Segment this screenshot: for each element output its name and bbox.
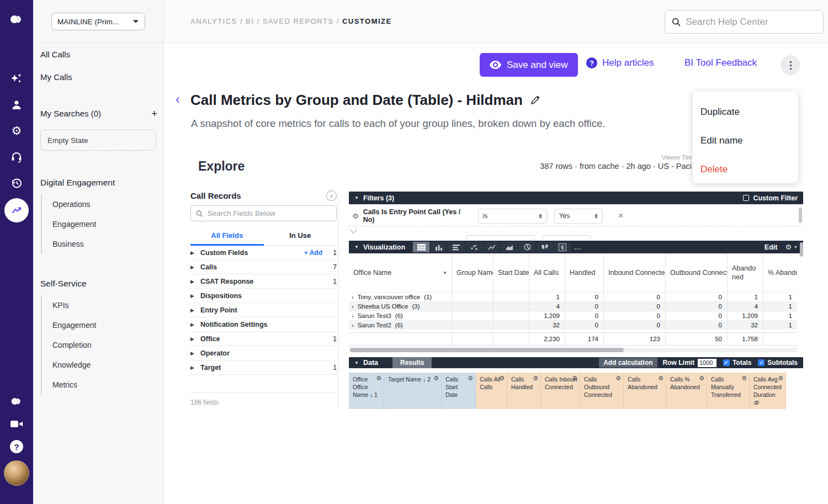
data-column-target-name[interactable]: ⚙ Target Name ↓ 2 xyxy=(384,373,442,409)
back-chevron-button[interactable]: ‹ xyxy=(176,93,180,106)
filter-operator-select[interactable]: is xyxy=(478,209,547,224)
column-header-all-calls[interactable]: All Calls xyxy=(529,253,565,292)
sidebar-item-completion[interactable]: Completion xyxy=(42,335,151,355)
custom-filter-checkbox[interactable] xyxy=(743,195,749,201)
field-group-operator[interactable]: ▶ Operator xyxy=(190,346,337,360)
menu-item-edit-name[interactable]: Edit name xyxy=(693,126,798,155)
expand-row-caret-icon[interactable]: › xyxy=(352,322,354,328)
expand-row-caret-icon[interactable]: › xyxy=(352,294,354,300)
subtotals-toggle[interactable]: ✓ Subtotals xyxy=(758,359,798,367)
sidebar-item-operations[interactable]: Operations xyxy=(42,194,151,214)
ai-sparkles-icon[interactable] xyxy=(0,72,33,86)
column-header-outbound-connected[interactable]: Outbound Connected xyxy=(665,253,727,292)
column-header-pct-abandoned[interactable]: % Abandoned xyxy=(763,253,797,292)
support-headset-icon[interactable] xyxy=(0,150,33,163)
expand-caret-icon[interactable]: ▶ xyxy=(190,351,200,356)
expand-caret-icon[interactable]: ▶ xyxy=(190,293,200,299)
column-gear-icon[interactable]: ⚙ xyxy=(533,374,538,383)
scrollbar-thumb[interactable] xyxy=(350,348,624,352)
column-gear-icon[interactable]: ⚙ xyxy=(658,374,664,383)
sidebar-item-business[interactable]: Business xyxy=(42,234,151,254)
data-column-pct-abandoned[interactable]: ⚙ Calls %Abandoned xyxy=(666,373,707,409)
viz-type-line-chart-icon[interactable] xyxy=(484,242,500,252)
collapse-panel-icon[interactable]: ‹ xyxy=(326,190,337,201)
column-header-inbound-connected[interactable]: Inbound Connected xyxy=(603,253,665,292)
horizontal-scrollbar[interactable] xyxy=(349,348,797,352)
field-group-target[interactable]: ▶ Target 1 xyxy=(190,360,337,375)
filters-scrollbar[interactable] xyxy=(799,208,802,223)
table-row[interactable]: ›Sarun Test3(6) 1,209 0 0 0 1,209 1 xyxy=(349,311,797,320)
sidebar-item-all-calls[interactable]: All Calls xyxy=(40,50,70,59)
viz-type-map-icon[interactable] xyxy=(537,242,553,252)
column-header-group-name[interactable]: Group Name▼ xyxy=(452,253,493,292)
column-gear-icon[interactable]: ⚙ xyxy=(468,374,473,383)
field-group-calls[interactable]: ▶ Calls 7 xyxy=(190,260,337,274)
viz-type-scatter-icon[interactable] xyxy=(466,242,482,252)
column-gear-icon[interactable]: ⚙ xyxy=(433,374,439,383)
column-header-start-date[interactable]: Start Date xyxy=(493,253,529,292)
expand-caret-icon[interactable]: ▶ xyxy=(190,279,200,284)
data-column-office-name[interactable]: ⚙ OfficeOfficeName ↓ 1 xyxy=(349,373,384,409)
dialpad-logo-icon[interactable] xyxy=(0,12,33,26)
column-gear-icon[interactable]: ⚙ xyxy=(499,374,505,383)
data-column-start-date[interactable]: ⚙ CallsStartDate xyxy=(442,373,476,409)
visualization-section-bar[interactable]: ▼ Visualization 6 ... Edit ⚙▼ xyxy=(349,241,803,253)
table-scrollbar[interactable] xyxy=(800,242,803,257)
more-options-kebab-button[interactable] xyxy=(781,55,800,75)
filter-gear-icon[interactable]: ⚙ xyxy=(352,212,359,220)
column-gear-icon[interactable]: ⚙ xyxy=(778,374,783,383)
analytics-active-icon[interactable] xyxy=(4,198,29,222)
workspace-selector[interactable]: MAINLINE (Prim... xyxy=(51,13,145,30)
help-icon[interactable]: ? xyxy=(0,440,33,453)
viz-type-single-value-icon[interactable]: 6 xyxy=(554,242,571,252)
table-row[interactable]: ›Tony, vancouver office(1) 1 0 0 0 1 1 xyxy=(349,292,797,301)
user-avatar[interactable] xyxy=(4,460,29,486)
viz-edit-button[interactable]: Edit xyxy=(765,243,778,251)
menu-item-duplicate[interactable]: Duplicate xyxy=(693,98,798,126)
viz-type-table-icon[interactable] xyxy=(413,242,429,252)
data-column-outbound-connected[interactable]: ⚙ CallsOutboundConnected xyxy=(580,373,624,409)
tab-in-use[interactable]: In Use xyxy=(264,231,337,245)
filters-section-bar[interactable]: ▼ Filters (3) Custom Filter xyxy=(349,192,803,204)
sidebar-item-ss-engagement[interactable]: Engagement xyxy=(42,315,151,335)
add-search-button[interactable]: + xyxy=(151,108,157,119)
expand-caret-icon[interactable]: ▶ xyxy=(190,365,200,370)
column-gear-icon[interactable]: ⚙ xyxy=(741,374,747,383)
sidebar-item-engagement[interactable]: Engagement xyxy=(42,214,151,234)
expand-row-caret-icon[interactable]: › xyxy=(352,312,354,319)
data-column-all-calls[interactable]: ⚙ Calls AllCalls xyxy=(476,373,507,409)
save-and-view-button[interactable]: Save and view xyxy=(480,53,578,77)
data-column-inbound-connected[interactable]: ⚙ Calls InboundConnected xyxy=(541,373,580,409)
expand-caret-icon[interactable]: ▶ xyxy=(190,307,200,313)
help-center-search[interactable] xyxy=(665,10,824,34)
viz-type-column-chart-icon[interactable] xyxy=(431,242,447,252)
tab-all-fields[interactable]: All Fields xyxy=(190,231,264,245)
totals-toggle[interactable]: ✓ Totals xyxy=(723,359,751,367)
edit-pencil-icon[interactable] xyxy=(530,96,540,105)
field-group-csat-response[interactable]: ▶ CSAT Response 1 xyxy=(190,274,337,289)
data-tab-label[interactable]: Data xyxy=(363,359,378,367)
filter-value-select[interactable]: Yes xyxy=(554,209,603,224)
column-gear-icon[interactable]: ⚙ xyxy=(699,374,704,383)
column-header-handled[interactable]: Handled xyxy=(565,253,603,292)
add-calculation-button[interactable]: Add calculation xyxy=(599,358,657,368)
table-row[interactable]: ›Sarun Test2(6) 32 0 0 0 32 1 xyxy=(349,320,797,330)
data-column-handled[interactable]: ⚙ CallsHandled xyxy=(507,373,541,409)
viz-settings-gear-icon[interactable]: ⚙▼ xyxy=(785,243,798,251)
results-tab[interactable]: Results xyxy=(392,357,432,368)
data-section-bar[interactable]: ▼ Data Results Add calculation Row Limit… xyxy=(349,357,803,368)
help-articles-button[interactable]: ? Help articles xyxy=(586,57,654,68)
data-column-manually-transferred[interactable]: ⚙ CallsManuallyTransferred xyxy=(707,373,750,409)
more-viz-types-icon[interactable]: ... xyxy=(574,243,581,251)
sidebar-item-metrics[interactable]: Metrics xyxy=(42,375,151,395)
data-column-abandoned[interactable]: ⚙ CallsAbandoned xyxy=(624,373,666,409)
expand-caret-icon[interactable]: ▶ xyxy=(190,322,200,327)
expand-caret-icon[interactable]: ▶ xyxy=(190,264,200,270)
fields-search[interactable] xyxy=(190,205,337,221)
remove-filter-icon[interactable]: × xyxy=(618,211,623,221)
history-icon[interactable] xyxy=(0,177,33,190)
viz-type-bar-chart-icon[interactable] xyxy=(448,242,465,252)
settings-gear-icon[interactable]: ⚙ xyxy=(0,124,33,137)
expand-caret-icon[interactable]: ▶ xyxy=(190,250,200,256)
viz-type-pie-chart-icon[interactable] xyxy=(519,242,535,252)
